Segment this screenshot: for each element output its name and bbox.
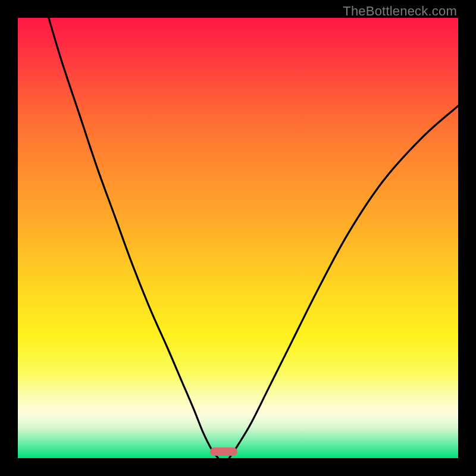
chart-frame: TheBottleneck.com — [0, 0, 476, 476]
right-curve — [229, 106, 458, 458]
bottleneck-marker — [210, 447, 237, 456]
curve-layer — [18, 18, 458, 458]
watermark-text: TheBottleneck.com — [343, 4, 457, 19]
plot-area — [18, 18, 458, 458]
left-curve — [49, 18, 218, 458]
